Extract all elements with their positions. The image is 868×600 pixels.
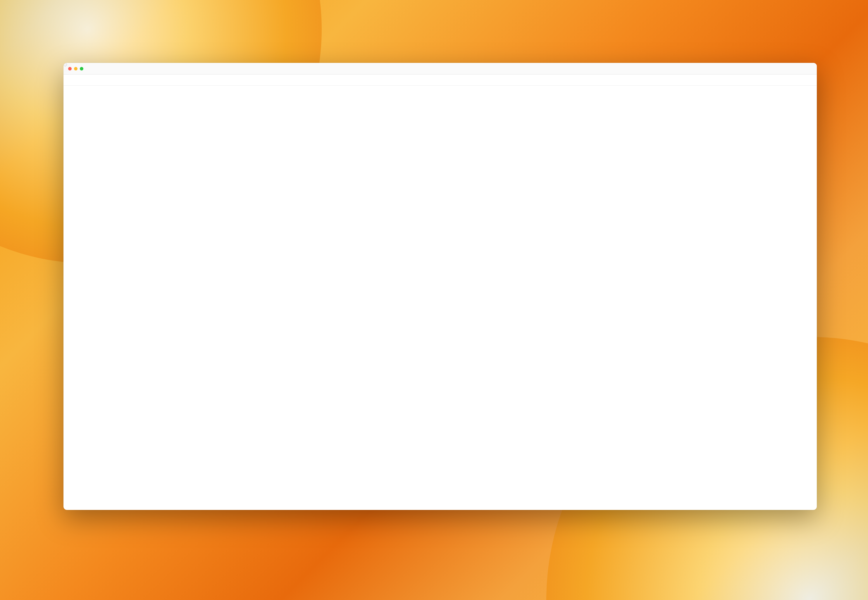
toolbar (64, 74, 817, 86)
app-window (64, 63, 817, 510)
close-window-button[interactable] (68, 67, 72, 70)
minimize-window-button[interactable] (74, 67, 77, 70)
tab-bar (64, 63, 817, 74)
maximize-window-button[interactable] (80, 67, 83, 70)
window-controls (64, 63, 88, 74)
content (64, 86, 817, 510)
